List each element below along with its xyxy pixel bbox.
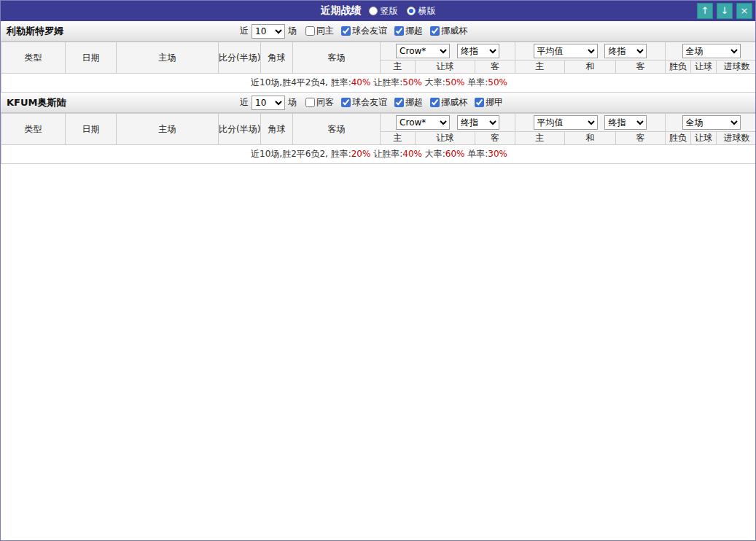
filter-checkbox-同主[interactable]: 同主 — [305, 25, 334, 37]
match-count-select[interactable]: 10 — [252, 96, 285, 110]
checkbox-label: 挪甲 — [486, 96, 503, 109]
checkbox-input[interactable] — [430, 26, 440, 36]
summary-segment: 40% — [351, 77, 371, 87]
col-odds-home: 主 — [381, 132, 416, 145]
col-score: 比分(半场) — [219, 42, 261, 74]
summary-segment: 50% — [402, 77, 422, 87]
avg-stage-select[interactable]: 终指 — [604, 44, 647, 58]
recent-results-window: 近期战绩 竖版横版 ↑ ↓ × 利勒斯特罗姆 近 10 场 同主球会友谊挪超挪威… — [0, 0, 756, 541]
col-odds-handicap: 让球 — [416, 61, 475, 74]
checkbox-input[interactable] — [430, 98, 440, 107]
checkbox-input[interactable] — [341, 98, 351, 107]
col-type: 类型 — [1, 114, 66, 145]
checkbox-label: 挪超 — [405, 25, 423, 37]
checkbox-label: 挪威杯 — [441, 96, 467, 109]
record-summary: 近10场,胜2平6负2, 胜率:20% 让胜率:40% 大率:60% 单率:30… — [1, 145, 756, 164]
col-corners: 角球 — [261, 42, 293, 74]
summary-segment: 50% — [445, 77, 465, 87]
checkbox-label: 挪超 — [405, 96, 423, 109]
col-corners: 角球 — [261, 114, 293, 145]
result-group: 全场 — [666, 42, 756, 61]
summary-segment: 单率: — [464, 149, 488, 159]
window-buttons: ↑ ↓ × — [697, 3, 752, 19]
checkbox-input[interactable] — [394, 26, 404, 36]
col-home: 主场 — [117, 42, 219, 74]
col-home: 主场 — [117, 114, 219, 145]
filter-checkbox-挪超[interactable]: 挪超 — [394, 25, 423, 37]
checkbox-label: 挪威杯 — [441, 25, 467, 37]
average-select[interactable]: 平均值 — [534, 115, 598, 130]
scope-select[interactable]: 全场 — [682, 115, 741, 130]
col-away: 客场 — [293, 114, 381, 145]
avg-stage-select[interactable]: 终指 — [604, 115, 647, 130]
checkbox-input[interactable] — [394, 98, 404, 107]
col-avg-draw: 和 — [565, 132, 616, 145]
layout-radio-横版[interactable]: 横版 — [407, 5, 436, 17]
col-away: 客场 — [293, 42, 381, 74]
competition-filters: 同主球会友谊挪超挪威杯 — [305, 25, 467, 37]
team-section-away: KFUM奥斯陆 近 10 场 同客球会友谊挪超挪威杯挪甲 类型 日期 主场 比分… — [1, 93, 755, 164]
col-result: 胜负 — [666, 61, 691, 74]
filter-checkbox-球会友谊[interactable]: 球会友谊 — [341, 25, 387, 37]
checkbox-input[interactable] — [305, 98, 315, 107]
col-goals-result: 进球数 — [717, 61, 756, 74]
radio-icon — [407, 7, 416, 15]
near-label: 近 — [240, 25, 249, 37]
summary-segment: 30% — [488, 149, 507, 159]
team-section-home: 利勒斯特罗姆 近 10 场 同主球会友谊挪超挪威杯 类型 日期 主场 比分(半场… — [1, 21, 755, 93]
summary-segment: 50% — [488, 77, 507, 87]
checkbox-label: 同客 — [316, 96, 334, 109]
filter-checkbox-球会友谊[interactable]: 球会友谊 — [341, 96, 387, 109]
section-header: KFUM奥斯陆 近 10 场 同客球会友谊挪超挪威杯挪甲 — [1, 93, 755, 113]
col-score: 比分(半场) — [219, 114, 261, 145]
team-name-title: 利勒斯特罗姆 — [1, 25, 63, 38]
layout-radio-竖版[interactable]: 竖版 — [369, 5, 398, 17]
bookmaker-select[interactable]: Crow* — [396, 115, 450, 130]
page-title: 近期战绩 — [321, 4, 362, 17]
col-avg-draw: 和 — [565, 61, 616, 74]
checkbox-label: 球会友谊 — [352, 25, 387, 37]
col-date: 日期 — [66, 114, 117, 145]
move-down-button[interactable]: ↓ — [717, 3, 733, 19]
checkbox-input[interactable] — [305, 26, 315, 36]
matches-table: 类型 日期 主场 比分(半场) 角球 客场 Crow* 终指 平均值 终指 — [1, 113, 756, 164]
radio-label: 横版 — [418, 5, 436, 17]
match-count-select[interactable]: 10 — [252, 24, 285, 39]
layout-radio-group: 竖版横版 — [369, 5, 436, 17]
odds-stage-select[interactable]: 终指 — [457, 115, 499, 130]
odds-stage-select[interactable]: 终指 — [457, 44, 499, 58]
checkbox-input[interactable] — [341, 26, 351, 36]
col-result: 胜负 — [666, 132, 691, 145]
col-avg-home: 主 — [515, 61, 565, 74]
average-odds-group: 平均值 终指 — [515, 42, 666, 61]
competition-filters: 同客球会友谊挪超挪威杯挪甲 — [305, 96, 503, 109]
handicap-odds-group: Crow* 终指 — [381, 42, 515, 61]
col-avg-away: 客 — [616, 61, 666, 74]
filter-checkbox-挪威杯[interactable]: 挪威杯 — [430, 96, 467, 109]
close-button[interactable]: × — [736, 3, 752, 19]
col-odds-away: 客 — [475, 132, 515, 145]
col-odds-away: 客 — [475, 61, 515, 74]
checkbox-input[interactable] — [475, 98, 484, 107]
filter-checkbox-挪甲[interactable]: 挪甲 — [475, 96, 503, 109]
col-goals-result: 进球数 — [717, 132, 756, 145]
radio-icon — [369, 7, 378, 15]
result-group: 全场 — [666, 114, 756, 132]
matches-table: 类型 日期 主场 比分(半场) 角球 客场 Crow* 终指 平均值 终指 — [1, 42, 756, 93]
filter-checkbox-同客[interactable]: 同客 — [305, 96, 334, 109]
team-name-title: KFUM奥斯陆 — [1, 96, 66, 109]
summary-segment: 大率: — [422, 149, 445, 159]
bookmaker-select[interactable]: Crow* — [396, 44, 450, 58]
summary-segment: 近10场,胜4平2负4, 胜率: — [251, 77, 351, 87]
checkbox-label: 同主 — [316, 25, 334, 37]
col-avg-away: 客 — [616, 132, 666, 145]
average-select[interactable]: 平均值 — [534, 44, 598, 58]
col-date: 日期 — [66, 42, 117, 74]
filter-checkbox-挪超[interactable]: 挪超 — [394, 96, 423, 109]
average-odds-group: 平均值 终指 — [515, 114, 666, 132]
filter-checkbox-挪威杯[interactable]: 挪威杯 — [430, 25, 467, 37]
move-up-button[interactable]: ↑ — [697, 3, 713, 19]
summary-segment: 让胜率: — [370, 149, 402, 159]
scope-select[interactable]: 全场 — [682, 44, 741, 58]
section-header: 利勒斯特罗姆 近 10 场 同主球会友谊挪超挪威杯 — [1, 21, 755, 42]
